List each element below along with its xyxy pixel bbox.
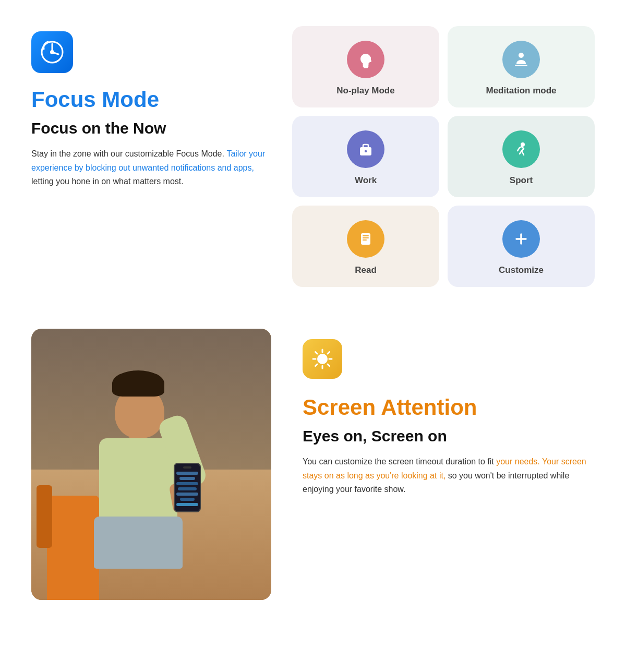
mode-card-meditation[interactable]: Meditation mode [448, 26, 595, 107]
sport-icon-circle [502, 130, 540, 168]
noplay-icon-circle [347, 41, 384, 78]
read-label: Read [355, 265, 377, 275]
mode-card-customize[interactable]: Customize [448, 206, 595, 287]
desc-plain-start: Stay in the zone with our customizable F… [31, 149, 226, 158]
svg-line-25 [328, 364, 330, 366]
svg-point-9 [519, 53, 524, 58]
mode-card-noplay[interactable]: No-play Mode [292, 26, 439, 107]
svg-rect-16 [363, 239, 367, 241]
svg-rect-15 [363, 237, 369, 238]
app-icon [31, 31, 73, 73]
modes-grid: No-play Mode Meditation mode [292, 21, 595, 287]
work-icon-circle [347, 130, 384, 168]
screen-attention-subtitle: Eyes on, Screen on [303, 427, 595, 446]
mode-card-sport[interactable]: Sport [448, 116, 595, 197]
screen-attention-panel: Screen Attention Eyes on, Screen on You … [303, 329, 595, 496]
focus-mode-description: Stay in the zone with our customizable F… [31, 147, 271, 188]
svg-point-19 [317, 354, 328, 364]
meditation-icon-circle [502, 41, 540, 78]
svg-rect-5 [364, 67, 368, 68]
svg-rect-14 [363, 235, 369, 236]
customize-label: Customize [499, 265, 544, 275]
desc2-plain1: You can customize the screen timeout dur… [303, 457, 496, 466]
svg-point-8 [369, 60, 371, 62]
screen-attention-description: You can customize the screen timeout dur… [303, 455, 595, 496]
svg-line-26 [328, 352, 330, 354]
focus-mode-left-panel: Focus Mode Focus on the Now Stay in the … [31, 21, 271, 188]
svg-rect-11 [365, 150, 367, 152]
work-label: Work [355, 175, 377, 186]
noplay-label: No-play Mode [336, 86, 394, 96]
focus-mode-subtitle: Focus on the Now [31, 119, 271, 138]
person-photo [31, 329, 271, 600]
desc-plain-end: letting you hone in on what matters most… [31, 177, 184, 186]
svg-line-24 [316, 352, 318, 354]
svg-rect-4 [363, 65, 369, 67]
mode-card-work[interactable]: Work [292, 116, 439, 197]
screen-attention-icon [303, 339, 342, 379]
svg-line-27 [316, 364, 318, 366]
focus-mode-title: Focus Mode [31, 88, 271, 112]
sport-label: Sport [510, 175, 533, 186]
meditation-label: Meditation mode [486, 86, 556, 96]
mode-card-read[interactable]: Read [292, 206, 439, 287]
svg-point-12 [521, 142, 525, 147]
svg-rect-13 [361, 233, 370, 245]
read-icon-circle [347, 220, 384, 258]
customize-icon-circle [502, 220, 540, 258]
screen-attention-title: Screen Attention [303, 395, 595, 419]
